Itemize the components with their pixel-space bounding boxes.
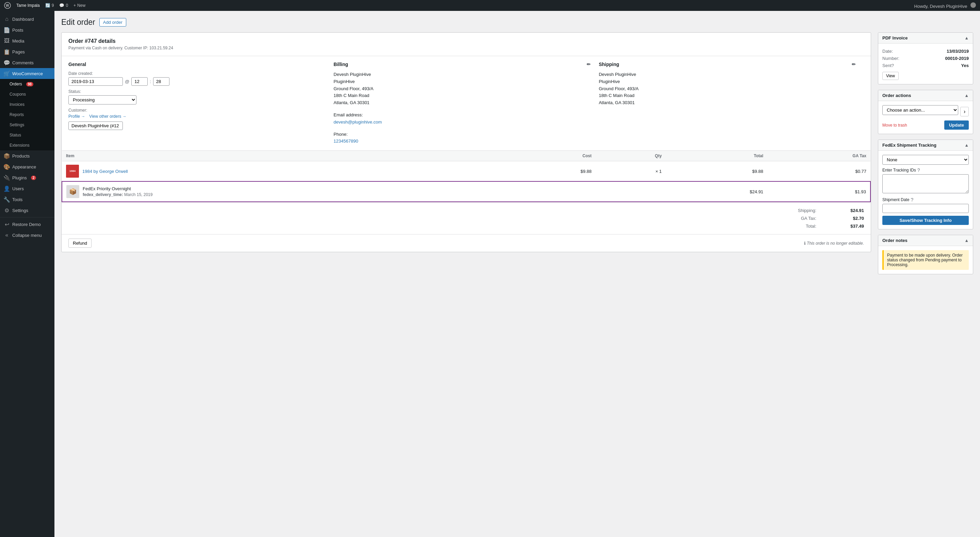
actions-footer: Move to trash Update: [882, 121, 969, 130]
shipping-method-cell: 📦 FedEx Priority Overnight fedex_deliver…: [62, 182, 506, 202]
sidebar-item-products[interactable]: 📦 Products: [0, 150, 54, 161]
fedex-tracking-box: FedEx Shipment Tracking ▲ None Enter Tra…: [878, 140, 973, 229]
order-notes-box: Order notes ▲ Payment to be made upon de…: [878, 235, 973, 274]
hour-input[interactable]: [131, 77, 148, 86]
status-select[interactable]: Processing Pending payment Completed Can…: [68, 95, 137, 105]
order-actions-header: Order actions ▲: [878, 90, 973, 101]
pdf-view-button[interactable]: View: [882, 72, 899, 80]
tracking-ids-input[interactable]: [882, 174, 969, 193]
billing-edit-icon[interactable]: ✏: [587, 62, 591, 67]
sidebar-item-appearance[interactable]: 🎨 Appearance: [0, 161, 54, 172]
date-field: Date created: @ :: [68, 71, 325, 86]
sidebar-item-posts[interactable]: 📄 Posts: [0, 24, 54, 35]
updates-link[interactable]: 🔄 9: [45, 3, 54, 8]
sidebar-item-orders[interactable]: Orders 98: [0, 79, 54, 89]
sidebar-item-dashboard[interactable]: ⌂ Dashboard: [0, 14, 54, 24]
appearance-icon: 🎨: [4, 164, 10, 169]
pdf-sent-label: Sent?: [882, 63, 894, 68]
sidebar-item-reports[interactable]: Reports: [0, 110, 54, 120]
sidebar-item-woocommerce[interactable]: 🛒 WooCommerce: [0, 68, 54, 79]
sidebar-item-status[interactable]: Status: [0, 130, 54, 140]
order-details-panel: Order #747 details Payment via Cash on d…: [61, 32, 871, 252]
sidebar-item-tools[interactable]: 🔧 Tools: [0, 194, 54, 205]
sidebar-item-coupons[interactable]: Coupons: [0, 89, 54, 99]
refund-button[interactable]: Refund: [68, 239, 92, 248]
save-tracking-button[interactable]: Save/Show Tracking Info: [882, 216, 969, 225]
sidebar-item-restore-demo[interactable]: ↩ Restore Demo: [0, 219, 54, 230]
shipping-address1: Ground Floor, 493/A: [599, 85, 856, 92]
fedex-tracking-toggle[interactable]: ▲: [964, 143, 969, 148]
billing-column: Billing ✏ Devesh PluginHive PluginHive G…: [334, 62, 598, 145]
order-footer: Refund ℹ This order is no longer editabl…: [62, 234, 871, 252]
table-row: 1984 1984 by George Orwell $9.88 × 1: [62, 161, 870, 182]
grand-total-label: Total:: [782, 223, 816, 229]
sidebar-item-invoices[interactable]: Invoices: [0, 99, 54, 110]
at-symbol: @: [125, 79, 129, 84]
sidebar-item-label: WooCommerce: [12, 71, 43, 76]
products-icon: 📦: [4, 153, 10, 159]
view-other-orders-link[interactable]: View other orders →: [89, 114, 126, 119]
dashboard-icon: ⌂: [4, 16, 10, 22]
sidebar-item-media[interactable]: 🖼 Media: [0, 35, 54, 46]
users-icon: 👤: [4, 186, 10, 191]
sidebar-item-extensions[interactable]: Extensions: [0, 140, 54, 150]
sidebar-item-comments[interactable]: 💬 Comments: [0, 57, 54, 68]
product-tax: $0.77: [767, 161, 870, 182]
pdf-invoice-toggle[interactable]: ▲: [964, 35, 969, 40]
sidebar-item-label: Orders: [10, 82, 22, 86]
shipment-date-input[interactable]: [882, 204, 969, 213]
sidebar-item-users[interactable]: 👤 Users: [0, 183, 54, 194]
product-total: $9.88: [666, 161, 768, 182]
date-input[interactable]: [68, 77, 123, 86]
order-notes-toggle[interactable]: ▲: [964, 238, 969, 243]
billing-address2: 18th C Main Road: [334, 92, 590, 99]
product-link[interactable]: 1984 by George Orwell: [82, 169, 128, 174]
order-actions-toggle[interactable]: ▲: [964, 93, 969, 98]
info-icon: ℹ: [804, 241, 806, 246]
shipping-edit-icon[interactable]: ✏: [852, 62, 856, 67]
shipping-total-label: Shipping:: [782, 208, 816, 213]
pages-icon: 📋: [4, 49, 10, 54]
new-content-link[interactable]: + New: [73, 3, 86, 8]
sidebar-item-label: Invoices: [10, 102, 24, 107]
profile-link[interactable]: Profile →: [68, 114, 85, 119]
minute-input[interactable]: [153, 77, 169, 86]
sidebar-item-collapse[interactable]: « Collapse menu: [0, 230, 54, 241]
orders-badge: 98: [26, 82, 33, 86]
shipping-method-meta: fedex_delivery_time: March 15, 2019: [83, 192, 153, 197]
site-name[interactable]: Tame Impala: [16, 3, 40, 8]
comments-link[interactable]: 💬 0: [59, 3, 68, 8]
table-header-row: Item Cost Qty Total GA Tax: [62, 151, 870, 161]
customer-input[interactable]: [68, 121, 123, 130]
move-to-trash-link[interactable]: Move to trash: [882, 123, 907, 127]
fedex-service-select[interactable]: None: [882, 155, 969, 165]
billing-address: Devesh PluginHive PluginHive Ground Floo…: [334, 71, 590, 145]
billing-name: Devesh PluginHive: [334, 71, 590, 78]
wp-logo-link[interactable]: W: [4, 2, 11, 9]
colon-symbol: :: [150, 79, 151, 84]
user-avatar: [970, 2, 976, 8]
sidebar-item-pages[interactable]: 📋 Pages: [0, 46, 54, 57]
update-order-button[interactable]: Update: [944, 121, 969, 130]
tracking-help-icon[interactable]: ?: [917, 167, 920, 173]
menu-separator: [0, 217, 54, 217]
sidebar-item-plugins[interactable]: 🔌 Plugins 2: [0, 172, 54, 183]
order-action-select[interactable]: Choose an action...: [882, 105, 958, 115]
pdf-sent-row: Sent? Yes: [882, 62, 969, 69]
sidebar-item-settings[interactable]: Settings: [0, 120, 54, 130]
tools-icon: 🔧: [4, 197, 10, 202]
items-table: Item Cost Qty Total GA Tax: [62, 150, 871, 202]
status-field: Status: Processing Pending payment Compl…: [68, 89, 325, 105]
sidebar-item-label: Tools: [12, 197, 22, 202]
date-time-row: @ :: [68, 77, 325, 86]
action-apply-button[interactable]: ›: [960, 107, 969, 116]
sidebar-item-settings2[interactable]: ⚙ Settings: [0, 205, 54, 216]
shipment-date-help-icon[interactable]: ?: [911, 197, 913, 202]
pdf-sent-value: Yes: [961, 63, 969, 68]
col-cost-header: Cost: [506, 151, 596, 161]
add-order-button[interactable]: Add order: [99, 18, 126, 27]
sidebar-item-label: Reports: [10, 112, 24, 117]
order-notes-header: Order notes ▲: [878, 235, 973, 246]
billing-phone: 1234567890: [334, 138, 590, 145]
sidebar-item-label: Settings: [10, 123, 24, 127]
